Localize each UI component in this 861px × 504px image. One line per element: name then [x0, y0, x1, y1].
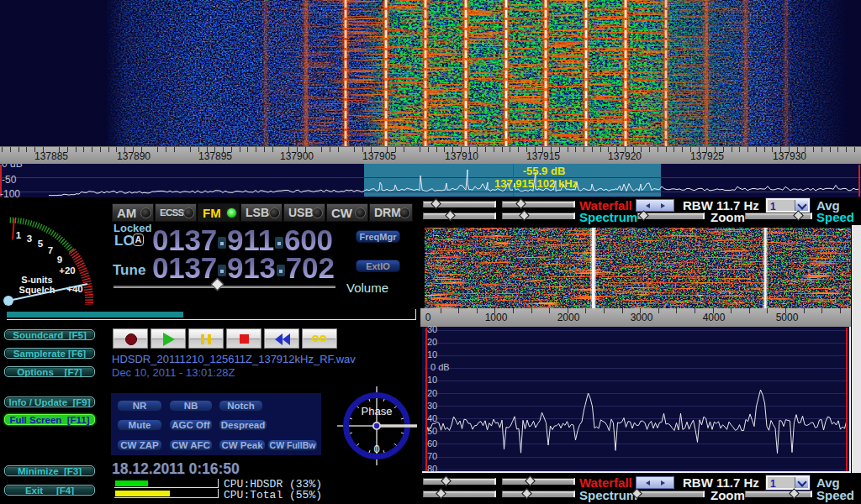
svg-text:Phase: Phase	[362, 405, 393, 417]
svg-text:9: 9	[57, 255, 62, 265]
svg-text:3: 3	[27, 234, 32, 244]
svg-text:0: 0	[373, 443, 379, 455]
svg-text:Squelch: Squelch	[19, 285, 55, 295]
svg-text:7: 7	[48, 245, 53, 255]
svg-text:+20: +20	[59, 265, 76, 276]
svg-text:S-units: S-units	[21, 275, 52, 285]
svg-text:1: 1	[16, 230, 22, 240]
svg-text:5: 5	[38, 239, 44, 249]
